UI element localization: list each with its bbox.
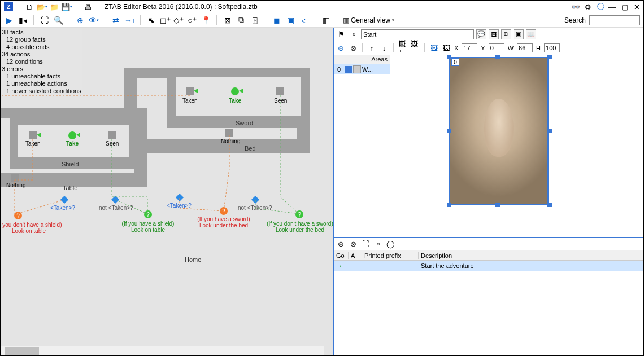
areas-list: Areas 0 W... <box>334 55 390 237</box>
search-label: Search <box>564 16 586 24</box>
col-prefix[interactable]: Printed prefix <box>362 252 419 259</box>
view-dropdown[interactable]: ▥General view▾ <box>343 16 394 24</box>
target-add-icon[interactable]: ⊕ <box>75 15 85 25</box>
minimize-button[interactable]: — <box>608 3 616 11</box>
tool-copy-icon[interactable]: ⧉ <box>236 15 246 25</box>
diagram-canvas[interactable]: 38 facts 12 group facts 4 possible ends … <box>1 28 334 355</box>
question-node[interactable]: ? <box>14 212 22 219</box>
node-nothing-bed[interactable] <box>225 129 233 137</box>
step-back-icon[interactable]: ▮◂ <box>18 15 28 25</box>
y-label: Y <box>481 45 485 51</box>
node-nothing-table[interactable] <box>11 174 19 182</box>
add-icon[interactable]: ⊕ <box>336 43 345 52</box>
target-icon[interactable]: ⌖ <box>373 240 382 249</box>
add-node-icon[interactable]: ◇⁺ <box>173 15 184 25</box>
zoom-icon[interactable]: 🔍 <box>53 15 63 25</box>
next-icon[interactable]: →ı <box>124 15 134 25</box>
question-node[interactable]: ? <box>220 207 228 215</box>
group-label-shield: Shield <box>62 161 79 168</box>
bottom-panel: ⊕ ⊗ ⛶ ⌖ ◯ Go A Printed prefix Descriptio… <box>334 237 643 355</box>
img-icon[interactable]: 🖼 <box>429 43 438 52</box>
node-seen-shield[interactable] <box>108 131 116 139</box>
remove-icon[interactable]: ⊗ <box>349 43 358 52</box>
bottom-toolbar: ⊕ ⊗ ⛶ ⌖ ◯ <box>334 238 643 250</box>
fit-screen-icon[interactable]: ⛶ <box>40 15 50 25</box>
remove-icon[interactable]: ⊗ <box>349 240 358 249</box>
node-seen-sword[interactable] <box>276 87 284 95</box>
target-icon[interactable]: ⌖ <box>349 29 359 39</box>
diamond-node[interactable] <box>251 196 259 204</box>
folder-icon[interactable]: 📁 <box>50 2 59 11</box>
add-icon[interactable]: ⊕ <box>336 240 345 249</box>
col-go[interactable]: Go <box>334 252 349 259</box>
info-icon[interactable]: ⓘ <box>596 2 605 11</box>
start-input[interactable] <box>361 29 474 39</box>
node-take-shield[interactable] <box>68 131 76 139</box>
chat-icon[interactable]: 💬 <box>476 29 486 39</box>
fill-solid-icon[interactable]: ◼ <box>272 15 282 25</box>
cond-label: not <Taken>? <box>99 205 133 211</box>
node-take-sword[interactable] <box>231 87 239 95</box>
copy-icon[interactable]: ⧉ <box>501 29 511 39</box>
question-node[interactable]: ? <box>144 210 152 218</box>
horizontal-scrollbar[interactable] <box>1 346 324 355</box>
area-row[interactable]: 0 W... <box>334 64 390 74</box>
open-file-icon[interactable]: 📂▾ <box>37 2 46 11</box>
table-row[interactable]: → Start the adventure <box>334 261 643 271</box>
fit-icon[interactable]: ⛶ <box>361 240 370 249</box>
tool-box-up-icon[interactable]: ⍐ <box>250 15 260 25</box>
diamond-node[interactable] <box>176 194 184 201</box>
maximize-button[interactable]: ▢ <box>621 3 628 11</box>
up-arrow-icon[interactable]: ↑ <box>367 43 376 52</box>
add-circle-icon[interactable]: ○⁺ <box>187 15 197 25</box>
columns-icon[interactable]: ▥ <box>321 15 331 25</box>
col-a[interactable]: A <box>349 252 362 259</box>
play-icon[interactable]: ▶ <box>4 15 14 25</box>
diamond-node[interactable] <box>111 196 119 204</box>
cond-text: (If you don't have a sword) Look under t… <box>260 221 334 233</box>
flag-icon[interactable]: ⚑ <box>336 29 346 39</box>
image-canvas[interactable]: 0 <box>390 55 643 237</box>
go-arrow-icon: → <box>334 262 349 269</box>
loop-icon[interactable]: ◯ <box>386 240 395 249</box>
image-icon[interactable]: 🖼 <box>489 29 499 39</box>
img-sm-icon[interactable]: 🖼 <box>442 43 451 52</box>
book-icon[interactable]: 📖 <box>526 29 536 39</box>
right-body: Areas 0 W... 0 <box>334 55 643 237</box>
eye-icon[interactable]: 👁▾ <box>89 15 99 25</box>
group-label-sword: Sword <box>236 120 253 126</box>
h-input[interactable] <box>544 43 560 52</box>
tool-x-icon[interactable]: ⊠ <box>223 15 233 25</box>
select-box-icon[interactable]: ◻⁺ <box>160 15 170 25</box>
settings-icon[interactable]: ⚙ <box>584 2 593 11</box>
img-minus-icon[interactable]: 🖼⁻ <box>411 43 420 52</box>
diamond-node[interactable] <box>60 196 68 204</box>
new-file-icon[interactable]: 🗋 <box>25 2 34 11</box>
down-arrow-icon[interactable]: ↓ <box>380 43 389 52</box>
areas-header: Areas <box>334 55 390 64</box>
img-plus-icon[interactable]: 🖼⁺ <box>398 43 407 52</box>
group-label-table: Table <box>63 184 77 191</box>
x-input[interactable] <box>462 43 477 52</box>
table-header: Go A Printed prefix Description <box>334 250 643 261</box>
cursor-icon[interactable]: ⬉ <box>146 15 156 25</box>
share-icon[interactable]: ⪪ <box>299 15 309 25</box>
save-icon[interactable]: 💾▾ <box>62 2 71 11</box>
y-input[interactable] <box>489 43 504 52</box>
cond-text: (If you have a sword) Look under the bed <box>187 216 260 228</box>
image-frame[interactable] <box>449 57 549 205</box>
print-icon[interactable]: 🖶 <box>83 2 92 11</box>
fill-outline-icon[interactable]: ▣ <box>285 15 295 25</box>
swap-icon[interactable]: ⇄ <box>111 15 121 25</box>
w-input[interactable] <box>517 43 533 52</box>
col-desc[interactable]: Description <box>419 252 643 259</box>
question-node[interactable]: ? <box>295 210 303 218</box>
mask-icon[interactable]: 👓 <box>571 2 580 11</box>
close-button[interactable]: ✕ <box>634 3 640 11</box>
search-input[interactable] <box>589 15 640 25</box>
node-taken-sword[interactable] <box>186 87 194 95</box>
pin-icon[interactable]: 📍 <box>201 15 211 25</box>
stack-icon[interactable]: ▣ <box>514 29 524 39</box>
portrait-image <box>450 58 547 204</box>
node-taken-shield[interactable] <box>29 131 37 139</box>
